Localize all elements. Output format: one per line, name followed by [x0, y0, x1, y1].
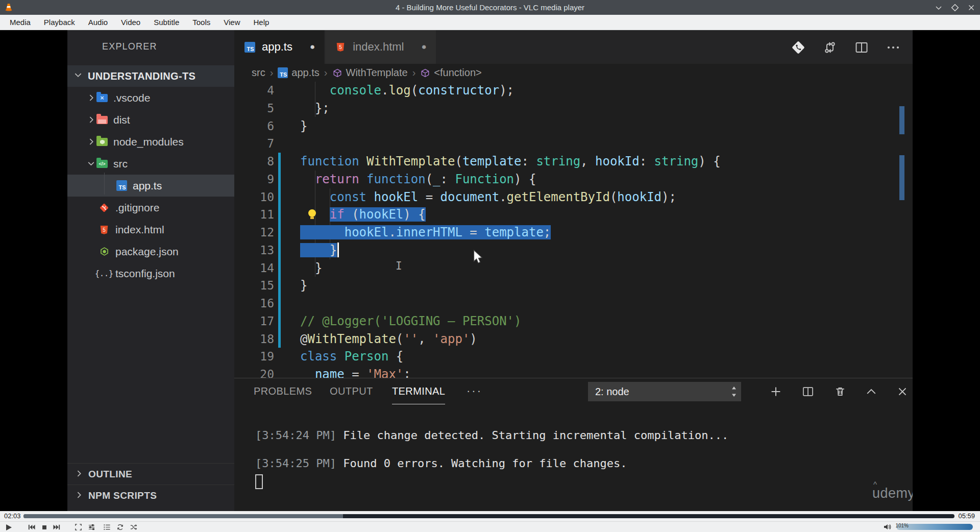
panel-tab-terminal[interactable]: TERMINAL — [392, 378, 445, 404]
open-changes-icon[interactable] — [790, 39, 806, 56]
menu-item-subtitle[interactable]: Subtitle — [147, 15, 186, 30]
panel-tab-problems[interactable]: PROBLEMS — [254, 378, 312, 404]
maximize-button[interactable] — [950, 3, 960, 12]
extended-settings-button[interactable] — [87, 523, 96, 531]
sidebar-item-tsconfig-json[interactable]: {..}tsconfig.json — [67, 262, 234, 284]
breadcrumb-item[interactable]: WithTemplate — [332, 67, 408, 79]
total-duration: 05:59 — [958, 512, 975, 520]
play-button[interactable] — [4, 523, 13, 531]
terminal-select-dropdown[interactable]: 2: node — [588, 382, 741, 401]
code-line-17[interactable]: 17// @Logger('LOGGING — PERSON') — [234, 312, 898, 330]
line-number: 13 — [234, 241, 274, 259]
sidebar-item-app-ts[interactable]: TSapp.ts — [67, 175, 234, 197]
overview-ruler-mark — [899, 155, 904, 200]
chevron-right-icon — [75, 469, 83, 480]
code-line-8[interactable]: 8function WithTemplate(template: string,… — [234, 153, 898, 171]
menu-item-tools[interactable]: Tools — [186, 15, 217, 30]
modified-dot[interactable]: ● — [422, 42, 427, 52]
fullscreen-button[interactable] — [74, 523, 83, 531]
line-number: 19 — [234, 348, 274, 366]
modified-gutter-bar — [278, 224, 281, 241]
sidebar-item-gitignore[interactable]: .gitignore — [67, 197, 234, 219]
seek-slider[interactable] — [23, 514, 954, 518]
split-editor-icon[interactable] — [853, 39, 870, 56]
speaker-icon[interactable] — [883, 523, 892, 532]
sidebar-item-dist[interactable]: dist — [67, 109, 234, 131]
close-button[interactable] — [967, 3, 976, 12]
code-line-16[interactable]: 16 — [234, 295, 898, 312]
menu-item-playback[interactable]: Playback — [37, 15, 82, 30]
titlebar: 4 - Building More Useful Decorators - VL… — [0, 0, 980, 15]
tab-index-html[interactable]: 5index.html● — [325, 30, 436, 64]
line-number: 14 — [234, 259, 274, 277]
symbol-cube-icon — [420, 67, 430, 79]
menu-item-video[interactable]: Video — [114, 15, 147, 30]
modified-dot[interactable]: ● — [310, 42, 315, 52]
sidebar-item-package-json[interactable]: package.json — [67, 240, 234, 262]
project-root-row[interactable]: UNDERSTANDING-TS — [67, 65, 234, 87]
terminal-line: [3:54:24 PM] File change detected. Start… — [255, 421, 728, 449]
compare-changes-icon[interactable] — [822, 39, 838, 56]
breadcrumb-item[interactable]: <function> — [420, 67, 481, 79]
breadcrumb-item[interactable]: TSapp.ts — [278, 67, 319, 79]
previous-button[interactable] — [27, 523, 36, 531]
menu-item-view[interactable]: View — [217, 15, 247, 30]
code-text: } — [300, 241, 339, 259]
code-line-15[interactable]: 15} — [234, 277, 898, 295]
kill-terminal-icon[interactable] — [832, 383, 848, 400]
menu-item-audio[interactable]: Audio — [82, 15, 114, 30]
panel-more-tabs-button[interactable]: ··· — [467, 378, 482, 404]
new-terminal-icon[interactable] — [768, 383, 784, 400]
breadcrumb-item[interactable]: src — [252, 67, 265, 79]
code-line-10[interactable]: 10 const hookEl = document.getElementByI… — [234, 188, 898, 206]
code-line-18[interactable]: 18@WithTemplate('', 'app') — [234, 330, 898, 348]
code-line-9[interactable]: 9 return function(_: Function) { — [234, 171, 898, 188]
breadcrumb-label: src — [252, 67, 265, 79]
breadcrumb-separator: › — [270, 67, 274, 79]
editor-actions — [790, 39, 901, 56]
panel-tab-output[interactable]: OUTPUT — [330, 378, 373, 404]
maximize-panel-icon[interactable] — [863, 383, 879, 400]
loop-button[interactable] — [115, 523, 125, 531]
code-line-4[interactable]: 4 console.log(constructor); — [234, 82, 898, 100]
code-editor[interactable]: 4 console.log(constructor);5 };6}78funct… — [234, 82, 898, 378]
breadcrumb-separator: › — [324, 67, 328, 79]
code-line-5[interactable]: 5 }; — [234, 100, 898, 117]
video-area[interactable]: EXPLORER UNDERSTANDING-TS .vscodedistnod… — [0, 30, 980, 511]
chevron-down-icon — [86, 159, 96, 168]
item-label: .gitignore — [115, 202, 159, 214]
modified-gutter-bar — [278, 153, 281, 171]
chevron-right-icon — [86, 115, 96, 124]
modified-gutter-bar — [278, 330, 281, 348]
code-line-6[interactable]: 6} — [234, 117, 898, 135]
split-terminal-icon[interactable] — [800, 383, 816, 400]
playlist-button[interactable] — [102, 523, 111, 531]
close-panel-icon[interactable] — [894, 383, 911, 400]
code-line-7[interactable]: 7 — [234, 135, 898, 153]
code-line-14[interactable]: 14 } — [234, 259, 898, 277]
minimize-button[interactable] — [934, 3, 943, 12]
code-line-12[interactable]: 12 hookEl.innerHTML = template; — [234, 224, 898, 241]
code-line-19[interactable]: 19class Person { — [234, 348, 898, 366]
next-button[interactable] — [52, 523, 61, 531]
code-line-13[interactable]: 13 } — [234, 241, 898, 259]
explorer-title: EXPLORER — [102, 41, 157, 52]
sidebar-item-node_modules[interactable]: node_modules — [67, 131, 234, 153]
project-name: UNDERSTANDING-TS — [88, 70, 195, 82]
code-line-11[interactable]: 11 if (hookEl) { — [234, 206, 898, 224]
sidebar-item-src[interactable]: src — [67, 153, 234, 175]
section-label: NPM SCRIPTS — [88, 490, 157, 501]
random-button[interactable] — [129, 523, 138, 531]
menu-item-help[interactable]: Help — [247, 15, 276, 30]
sidebar-item-index-html[interactable]: 5index.html — [67, 219, 234, 240]
sidebar-section-outline[interactable]: OUTLINE — [67, 463, 234, 485]
stop-button[interactable] — [40, 523, 49, 531]
code-line-20[interactable]: 20 name = 'Max'; — [234, 366, 898, 378]
sidebar-item-vscode[interactable]: .vscode — [67, 87, 234, 109]
tab-app-ts[interactable]: TSapp.ts● — [234, 30, 324, 64]
line-number: 6 — [234, 117, 274, 135]
item-label: index.html — [115, 224, 164, 236]
sidebar-section-npm-scripts[interactable]: NPM SCRIPTS — [67, 485, 234, 506]
menu-item-media[interactable]: Media — [3, 15, 37, 30]
more-actions-icon[interactable] — [885, 39, 901, 56]
